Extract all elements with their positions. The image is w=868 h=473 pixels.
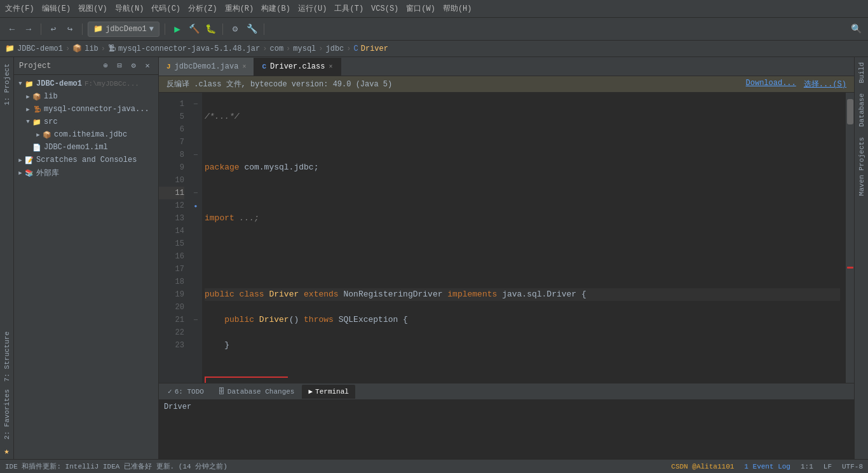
- tree-item-external-lib[interactable]: ▶ 📚 外部库: [14, 166, 158, 180]
- breadcrumb-sep-6: ›: [346, 44, 351, 53]
- tab-terminal[interactable]: ▶ Terminal: [302, 385, 355, 399]
- line-col-indicator[interactable]: 1:1: [801, 463, 813, 470]
- menu-navigate[interactable]: 导航(N): [115, 3, 144, 14]
- debug-button[interactable]: 🐛: [203, 22, 217, 36]
- breadcrumb-sep-4: ›: [286, 44, 290, 53]
- database-panel-toggle[interactable]: Database: [858, 88, 865, 132]
- project-panel: Project ⊕ ⊟ ⚙ ✕ ▼ 📁 JDBC-demo1 F:\myJDBC…: [14, 57, 159, 459]
- settings-button[interactable]: ⚙: [228, 22, 242, 36]
- line-numbers: 1 5 6 7 8 9 10 11 12 13 14 15 16 17 18 1…: [159, 93, 189, 383]
- tree-item-mysql-jar[interactable]: ▶ 🗜 mysql-connector-java...: [14, 103, 158, 116]
- scroll-thumb[interactable]: [847, 99, 853, 124]
- ln-13: 13: [159, 212, 184, 225]
- forward-button[interactable]: →: [22, 22, 36, 36]
- menu-analyze[interactable]: 分析(Z): [188, 3, 217, 14]
- explore-link[interactable]: 选择...(S): [804, 79, 846, 90]
- gutter-23: [191, 339, 200, 352]
- gutter-fold-1[interactable]: ─: [191, 98, 200, 110]
- ln-7: 7: [159, 136, 184, 149]
- sync-icon[interactable]: ⊕: [100, 60, 111, 72]
- gutter-fold-11[interactable]: ─: [191, 187, 200, 199]
- todo-icon: ✓: [168, 387, 172, 396]
- menu-edit[interactable]: 编辑(E): [42, 3, 71, 14]
- search-everywhere-button[interactable]: 🔍: [849, 22, 863, 36]
- ln-21: 21: [159, 314, 184, 326]
- favorites-star-icon[interactable]: ★: [1, 443, 11, 459]
- collapse-all-icon[interactable]: ⊟: [114, 60, 125, 72]
- menu-help[interactable]: 帮助(H): [443, 3, 472, 14]
- ln-1: 1: [159, 98, 184, 110]
- tree-item-scratches[interactable]: ▶ 📝 Scratches and Consoles: [14, 154, 158, 166]
- scroll-indicator[interactable]: [845, 93, 854, 383]
- menu-build[interactable]: 构建(B): [261, 3, 290, 14]
- redo-button[interactable]: ↪: [63, 22, 77, 36]
- menu-tools[interactable]: 工具(T): [334, 3, 363, 14]
- gutter-fold-21[interactable]: ─: [191, 314, 200, 326]
- event-log-link[interactable]: 1 Event Log: [744, 463, 790, 470]
- tree-arrow-extlib: ▶: [17, 170, 24, 177]
- tab-close-jdbcdemo1[interactable]: ×: [242, 63, 246, 70]
- favorites-panel-toggle[interactable]: 2: Favorites: [3, 385, 11, 443]
- settings-icon[interactable]: ⚙: [128, 60, 139, 72]
- undo-button[interactable]: ↩: [46, 22, 60, 36]
- menu-file[interactable]: 文件(F): [5, 3, 34, 14]
- tab-close-driver[interactable]: ×: [329, 63, 332, 70]
- ln-9: 9: [159, 161, 184, 174]
- external-lib-icon: 📚: [24, 168, 34, 178]
- tab-driver-class[interactable]: C Driver.class ×: [254, 58, 341, 76]
- tab-todo[interactable]: ✓ 6: TODO: [161, 385, 210, 399]
- back-button[interactable]: ←: [5, 22, 19, 36]
- gutter-13: [191, 212, 200, 225]
- gutter-fold-8[interactable]: ─: [191, 149, 200, 161]
- ln-20: 20: [159, 301, 184, 314]
- tab-jdbcdemo1[interactable]: J jdbcDemo1.java ×: [159, 58, 254, 76]
- project-panel-toggle[interactable]: 1: Project: [3, 60, 11, 109]
- tab-db-changes[interactable]: 🗄 Database Changes: [212, 385, 301, 399]
- tree-item-src[interactable]: ▼ 📁 src: [14, 116, 158, 128]
- maven-panel-toggle[interactable]: Maven Projects: [858, 132, 865, 201]
- code-content[interactable]: /*...*/ package com.mysql.jdbc; import .…: [202, 93, 845, 383]
- tree-item-package[interactable]: ▶ 📦 com.itheima.jdbc: [14, 128, 158, 141]
- gutter-16: [191, 250, 200, 263]
- decompile-actions: Download... 选择...(S): [746, 79, 846, 90]
- breadcrumb-lib[interactable]: 📦 lib: [72, 44, 98, 53]
- breadcrumb-mysql[interactable]: mysql: [293, 44, 316, 53]
- breadcrumb-sep-3: ›: [262, 44, 267, 53]
- package-icon: 📦: [42, 130, 52, 140]
- download-link[interactable]: Download...: [746, 79, 796, 90]
- menu-code[interactable]: 代码(C): [151, 3, 180, 14]
- tree-item-iml[interactable]: 📄 JDBC-demo1.iml: [14, 141, 158, 154]
- line-ending-indicator[interactable]: LF: [824, 463, 832, 470]
- menu-view[interactable]: 视图(V): [78, 3, 107, 14]
- ln-19: 19: [159, 288, 184, 301]
- breadcrumb: 📁 JDBC-demo1 › 📦 lib › 🗜 mysql-connector…: [0, 41, 868, 57]
- decompile-notice-bar: 反编译 .class 文件, bytecode version: 49.0 (J…: [159, 76, 854, 93]
- sdk-button[interactable]: 🔧: [245, 22, 259, 36]
- jar-icon: 🗜: [32, 104, 42, 114]
- tree-item-root[interactable]: ▼ 📁 JDBC-demo1 F:\myJDBCc...: [14, 77, 158, 90]
- project-icon: 📁: [24, 79, 34, 89]
- breadcrumb-jdbc[interactable]: jdbc: [326, 44, 344, 53]
- menu-run[interactable]: 运行(U): [298, 3, 327, 14]
- tree-arrow-src: ▼: [24, 118, 32, 126]
- ln-18: 18: [159, 276, 184, 288]
- breadcrumb-jar[interactable]: 🗜 mysql-connector-java-5.1.48.jar: [108, 44, 260, 53]
- ln-23: 23: [159, 339, 184, 352]
- structure-panel-toggle[interactable]: 7: Structure: [3, 328, 11, 385]
- menu-vcs[interactable]: VCS(S): [371, 4, 398, 13]
- breadcrumb-project[interactable]: 📁 JDBC-demo1: [5, 44, 63, 53]
- breadcrumb-driver[interactable]: C Driver: [354, 44, 388, 53]
- close-panel-icon[interactable]: ✕: [142, 60, 153, 72]
- gutter-15: [191, 237, 200, 250]
- tree-item-lib[interactable]: ▶ 📦 lib: [14, 90, 158, 103]
- build-button[interactable]: 🔨: [187, 22, 201, 36]
- build-panel-toggle[interactable]: Build: [858, 57, 865, 88]
- code-line-6: package com.mysql.jdbc;: [205, 161, 840, 174]
- project-dropdown[interactable]: 📁 jdbcDemo1 ▼: [88, 22, 159, 37]
- menu-refactor[interactable]: 重构(R): [225, 3, 254, 14]
- menu-window[interactable]: 窗口(W): [406, 3, 435, 14]
- breadcrumb-com[interactable]: com: [269, 44, 283, 53]
- run-button[interactable]: ▶: [170, 22, 184, 36]
- scratches-icon: 📝: [24, 155, 34, 165]
- encoding-indicator[interactable]: UTF-8: [842, 463, 863, 470]
